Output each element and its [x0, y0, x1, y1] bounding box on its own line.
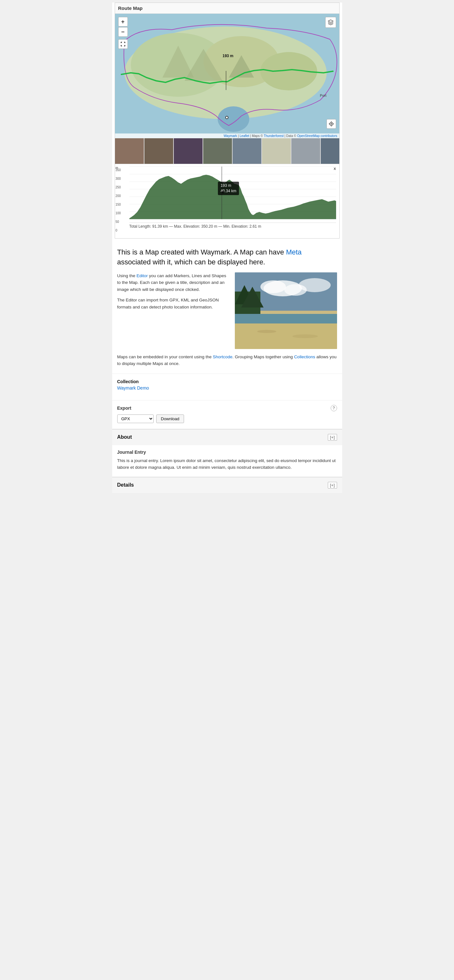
- details-title: Details: [117, 482, 134, 488]
- svg-text:0: 0: [129, 220, 131, 220]
- map-elevation-label: 193 m: [222, 54, 233, 58]
- content-below: Maps can be embedded in your content usi…: [117, 353, 337, 367]
- map-svg: [115, 14, 339, 138]
- about-section: About [+] Journal Entry This is a journa…: [112, 429, 342, 476]
- elevation-close-button[interactable]: x: [333, 166, 336, 171]
- photo-item[interactable]: [115, 138, 144, 164]
- svg-text:km: km: [332, 220, 336, 220]
- collections-link[interactable]: Collections: [294, 355, 315, 359]
- y-label: 250: [116, 186, 121, 189]
- svg-text:10: 10: [150, 220, 153, 220]
- about-header[interactable]: About [+]: [112, 430, 342, 445]
- collection-value: Waymark Demo: [117, 385, 337, 391]
- content-section: This is a Map created with Waymark. A Ma…: [112, 241, 342, 374]
- svg-point-45: [257, 330, 276, 333]
- y-label: 300: [116, 177, 121, 180]
- journal-entry-label: Journal Entry: [117, 450, 337, 455]
- export-format-select[interactable]: GPX KML GeoJSON: [117, 414, 154, 423]
- elevation-chart-container: m 350 300 250 200 150 100 50 0 x: [115, 164, 339, 238]
- photo-item[interactable]: [321, 138, 339, 164]
- svg-text:50: 50: [233, 220, 236, 220]
- download-button[interactable]: Download: [156, 414, 184, 423]
- locate-icon: [329, 121, 334, 126]
- about-body: Journal Entry This is a journal entry. L…: [112, 445, 342, 476]
- content-para-2: The Editor can import from GPX, KML and …: [117, 297, 230, 310]
- svg-text:40: 40: [212, 220, 215, 220]
- svg-point-10: [331, 123, 332, 124]
- map-controls: + −: [118, 17, 128, 49]
- layers-button[interactable]: [325, 17, 336, 28]
- journal-entry-text: This is a journal entry. Lorem ipsum dol…: [117, 457, 337, 471]
- photo-strip: [115, 138, 339, 164]
- beach-svg: [235, 272, 337, 349]
- export-help-button[interactable]: ?: [331, 405, 337, 411]
- content-main-text: This is a Map created with Waymark. A Ma…: [117, 248, 337, 267]
- zoom-out-button[interactable]: −: [118, 27, 128, 37]
- about-title: About: [117, 434, 132, 440]
- editor-link[interactable]: Editor: [136, 273, 148, 278]
- layers-icon: [328, 19, 333, 25]
- photo-item[interactable]: [262, 138, 291, 164]
- photo-item[interactable]: [292, 138, 320, 164]
- svg-text:70: 70: [274, 220, 277, 220]
- about-expand-button[interactable]: [+]: [328, 434, 337, 441]
- meta-link[interactable]: Meta: [286, 248, 302, 256]
- y-label: 0: [116, 229, 121, 232]
- map-port-label: Port: [320, 94, 326, 97]
- collection-label: Collection: [117, 379, 337, 384]
- beach-photo: [235, 272, 337, 349]
- waymark-link[interactable]: Waymark: [224, 134, 237, 138]
- export-title: Export: [117, 406, 131, 410]
- svg-text:80: 80: [295, 220, 298, 220]
- content-text-block: Using the Editor you can add Markers, Li…: [117, 272, 230, 315]
- y-label: 200: [116, 194, 121, 198]
- photo-item[interactable]: [233, 138, 261, 164]
- y-label: 50: [116, 220, 121, 224]
- photo-item[interactable]: [174, 138, 202, 164]
- svg-point-39: [299, 278, 331, 292]
- svg-point-8: [218, 107, 249, 132]
- zoom-in-button[interactable]: +: [118, 17, 128, 27]
- details-section: Details [+]: [112, 477, 342, 493]
- route-map-section: Route Map: [115, 3, 339, 239]
- details-header[interactable]: Details [+]: [112, 477, 342, 493]
- locate-button[interactable]: [327, 119, 336, 129]
- details-expand-button[interactable]: [+]: [328, 482, 337, 488]
- photo-item[interactable]: [144, 138, 173, 164]
- collection-field: Collection Waymark Demo: [117, 379, 337, 391]
- svg-text:20: 20: [170, 220, 174, 220]
- elevation-tooltip-arrow: [221, 191, 225, 194]
- svg-rect-44: [235, 323, 337, 349]
- map-container[interactable]: + −: [115, 14, 339, 138]
- content-body: Using the Editor you can add Markers, Li…: [117, 272, 337, 349]
- map-elevation-dot: [225, 116, 228, 119]
- svg-text:90: 90: [315, 220, 319, 220]
- waymark-demo-link[interactable]: Waymark Demo: [117, 385, 149, 391]
- map-attribution: Waymark | Leaflet | Maps © Thunderforest…: [115, 134, 339, 138]
- export-section: Export ? GPX KML GeoJSON Download: [112, 400, 342, 428]
- content-para-1: Using the Editor you can add Markers, Li…: [117, 272, 230, 293]
- thunderforest-link[interactable]: Thunderforest: [264, 134, 284, 138]
- collection-section: Collection Waymark Demo: [112, 374, 342, 400]
- elevation-stats: Total Length: 91.39 km — Max. Elevation:…: [129, 223, 336, 229]
- y-label: 150: [116, 203, 121, 206]
- osm-link[interactable]: OpenStreetMap contributors: [297, 134, 338, 138]
- svg-text:30: 30: [191, 220, 195, 220]
- export-controls: GPX KML GeoJSON Download: [117, 414, 337, 423]
- leaflet-link[interactable]: Leaflet: [240, 134, 249, 138]
- svg-point-46: [292, 334, 318, 338]
- fullscreen-icon: [121, 41, 126, 47]
- photo-item[interactable]: [203, 138, 232, 164]
- tooltip-elevation: 193 m: [220, 183, 236, 188]
- shortcode-link[interactable]: Shortcode: [213, 355, 233, 359]
- y-label: 350: [116, 169, 121, 172]
- route-map-title: Route Map: [115, 3, 339, 14]
- svg-point-37: [260, 280, 286, 293]
- export-header: Export ?: [117, 405, 337, 411]
- content-image: [235, 272, 337, 349]
- y-label: 100: [116, 212, 121, 215]
- fullscreen-button[interactable]: [118, 39, 128, 49]
- svg-text:60: 60: [253, 220, 257, 220]
